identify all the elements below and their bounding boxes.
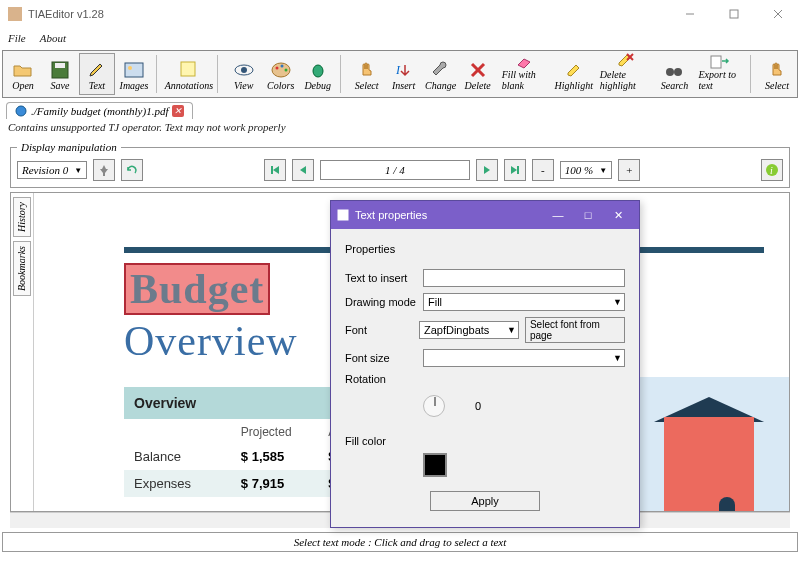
globe-icon bbox=[15, 105, 27, 117]
prev-page-button[interactable] bbox=[292, 159, 314, 181]
drawing-mode-select[interactable]: Fill▼ bbox=[423, 293, 625, 311]
svg-text:i: i bbox=[770, 165, 773, 176]
delete-x-icon bbox=[468, 60, 488, 80]
binoculars-icon bbox=[664, 60, 684, 80]
delete-button[interactable]: Delete bbox=[460, 53, 496, 95]
export-icon bbox=[710, 53, 730, 69]
export-text-button[interactable]: Export to text bbox=[693, 53, 746, 95]
menu-about[interactable]: About bbox=[40, 32, 66, 44]
eye-icon bbox=[234, 60, 254, 80]
dialog-close-button[interactable]: ✕ bbox=[603, 206, 633, 224]
svg-point-24 bbox=[16, 106, 26, 116]
apply-button[interactable]: Apply bbox=[430, 491, 540, 511]
delete-highlight-button[interactable]: Delete highlight bbox=[595, 53, 656, 95]
insert-button[interactable]: IInsert bbox=[386, 53, 422, 95]
zoom-out-button[interactable]: - bbox=[532, 159, 554, 181]
status-bar: Select text mode : Click and drag to sel… bbox=[2, 532, 798, 552]
revision-select[interactable]: Revision 0▼ bbox=[17, 161, 87, 179]
document-tabstrip: ./Family budget (monthly)1.pdf ✕ bbox=[0, 100, 800, 119]
main-toolbar: Open Save Text Images Annotations View C… bbox=[2, 50, 798, 98]
tab-close-button[interactable]: ✕ bbox=[172, 105, 184, 117]
select2-button[interactable]: Select bbox=[759, 53, 795, 95]
svg-rect-1 bbox=[730, 10, 738, 18]
fill-color-label: Fill color bbox=[345, 435, 423, 447]
font-size-select[interactable]: ▼ bbox=[423, 349, 625, 367]
image-icon bbox=[124, 60, 144, 80]
fill-blank-button[interactable]: Fill with blank bbox=[497, 53, 553, 95]
dialog-section-label: Properties bbox=[345, 243, 625, 255]
highlighted-text[interactable]: Budget bbox=[124, 263, 270, 315]
svg-point-21 bbox=[666, 68, 674, 76]
svg-rect-23 bbox=[711, 56, 721, 68]
page-indicator[interactable]: 1 / 4 bbox=[320, 160, 470, 180]
rotation-dial[interactable] bbox=[423, 395, 445, 417]
svg-point-13 bbox=[280, 65, 283, 68]
highlighter-icon bbox=[564, 60, 584, 80]
folder-open-icon bbox=[13, 60, 33, 80]
dialog-titlebar[interactable]: Text properties — □ ✕ bbox=[331, 201, 639, 229]
change-button[interactable]: Change bbox=[423, 53, 459, 95]
refresh-button[interactable] bbox=[121, 159, 143, 181]
svg-point-7 bbox=[128, 66, 132, 70]
select-button[interactable]: Select bbox=[349, 53, 385, 95]
pencil-icon bbox=[87, 60, 107, 80]
wrench-icon bbox=[431, 60, 451, 80]
window-close-button[interactable] bbox=[756, 0, 800, 28]
menubar: File About bbox=[0, 28, 800, 48]
svg-point-15 bbox=[313, 65, 323, 77]
highlight-button[interactable]: Highlight bbox=[554, 53, 594, 95]
first-page-button[interactable] bbox=[264, 159, 286, 181]
font-select[interactable]: ZapfDingbats▼ bbox=[419, 321, 519, 339]
info-button[interactable]: i bbox=[761, 159, 783, 181]
bookmarks-tab[interactable]: Bookmarks bbox=[13, 241, 31, 296]
save-button[interactable]: Save bbox=[42, 53, 78, 95]
menu-file[interactable]: File bbox=[8, 32, 26, 44]
font-label: Font bbox=[345, 324, 419, 336]
zoom-in-button[interactable]: + bbox=[618, 159, 640, 181]
note-icon bbox=[179, 60, 199, 80]
rotation-label: Rotation bbox=[345, 373, 423, 385]
document-tab[interactable]: ./Family budget (monthly)1.pdf ✕ bbox=[6, 102, 193, 119]
svg-rect-8 bbox=[181, 62, 195, 76]
zoom-select[interactable]: 100 %▼ bbox=[560, 161, 612, 179]
last-page-button[interactable] bbox=[504, 159, 526, 181]
warning-message: Contains unsupported TJ operator. Text m… bbox=[0, 119, 800, 137]
text-button[interactable]: Text bbox=[79, 53, 115, 95]
next-page-button[interactable] bbox=[476, 159, 498, 181]
floppy-icon bbox=[50, 60, 70, 80]
select-font-from-page-button[interactable]: Select font from page bbox=[525, 317, 625, 343]
text-to-insert-label: Text to insert bbox=[345, 272, 423, 284]
side-tabs: History Bookmarks bbox=[11, 193, 33, 511]
svg-point-12 bbox=[275, 67, 278, 70]
display-manipulation-panel: Display manipulation Revision 0▼ 1 / 4 -… bbox=[10, 141, 790, 188]
images-button[interactable]: Images bbox=[116, 53, 152, 95]
dialog-minimize-button[interactable]: — bbox=[543, 206, 573, 224]
window-titlebar: TIAEditor v1.28 bbox=[0, 0, 800, 28]
history-tab[interactable]: History bbox=[13, 197, 31, 237]
svg-rect-29 bbox=[338, 210, 348, 220]
app-icon bbox=[8, 7, 22, 21]
svg-point-14 bbox=[284, 69, 287, 72]
hand-icon bbox=[767, 60, 787, 80]
open-button[interactable]: Open bbox=[5, 53, 41, 95]
text-properties-dialog: Text properties — □ ✕ Properties Text to… bbox=[330, 200, 640, 528]
dialog-title: Text properties bbox=[355, 209, 427, 221]
dialog-icon bbox=[337, 209, 349, 221]
window-maximize-button[interactable] bbox=[712, 0, 756, 28]
dialog-maximize-button[interactable]: □ bbox=[573, 206, 603, 224]
annotations-button[interactable]: Annotations bbox=[165, 53, 213, 95]
search-button[interactable]: Search bbox=[656, 53, 692, 95]
svg-point-22 bbox=[674, 68, 682, 76]
fill-color-swatch[interactable] bbox=[423, 453, 447, 477]
bug-icon bbox=[308, 60, 328, 80]
display-legend: Display manipulation bbox=[17, 141, 121, 153]
pin-button[interactable] bbox=[93, 159, 115, 181]
colors-button[interactable]: Colors bbox=[263, 53, 299, 95]
drawing-mode-label: Drawing mode bbox=[345, 296, 423, 308]
window-minimize-button[interactable] bbox=[668, 0, 712, 28]
view-button[interactable]: View bbox=[226, 53, 262, 95]
text-to-insert-input[interactable] bbox=[423, 269, 625, 287]
svg-point-10 bbox=[241, 67, 247, 73]
window-title: TIAEditor v1.28 bbox=[28, 8, 104, 20]
debug-button[interactable]: Debug bbox=[300, 53, 336, 95]
